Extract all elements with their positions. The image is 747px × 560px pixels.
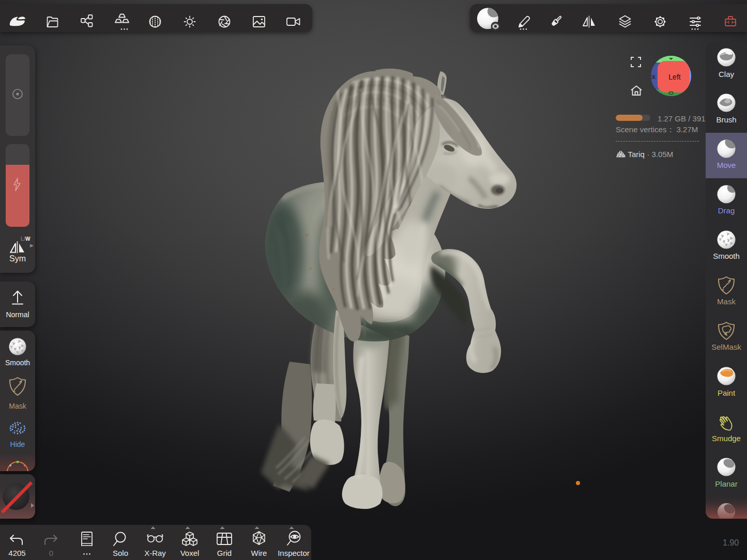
svg-text:Solo: Solo [113, 549, 128, 557]
svg-text:4205: 4205 [8, 549, 25, 557]
svg-text:Move: Move [717, 161, 736, 169]
svg-text:Planar: Planar [715, 479, 737, 488]
svg-text:Inspector: Inspector [278, 549, 310, 557]
svg-text:SelMask: SelMask [711, 343, 741, 351]
svg-text:Brush: Brush [716, 115, 736, 124]
svg-text:Clay: Clay [719, 70, 735, 79]
svg-text:Voxel: Voxel [180, 549, 200, 557]
svg-text:X-Ray: X-Ray [144, 549, 166, 557]
svg-text:Drag: Drag [718, 206, 735, 215]
svg-text:Wire: Wire [251, 549, 267, 557]
svg-text:ck: ck [650, 73, 656, 81]
svg-text:Mask: Mask [717, 297, 736, 306]
svg-text:Grid: Grid [217, 549, 232, 557]
svg-text:Smooth: Smooth [713, 252, 740, 260]
svg-text:0: 0 [49, 549, 53, 557]
svg-text:Smudge: Smudge [712, 434, 741, 443]
svg-text:Paint: Paint [718, 388, 736, 397]
svg-text:Left: Left [668, 73, 680, 81]
